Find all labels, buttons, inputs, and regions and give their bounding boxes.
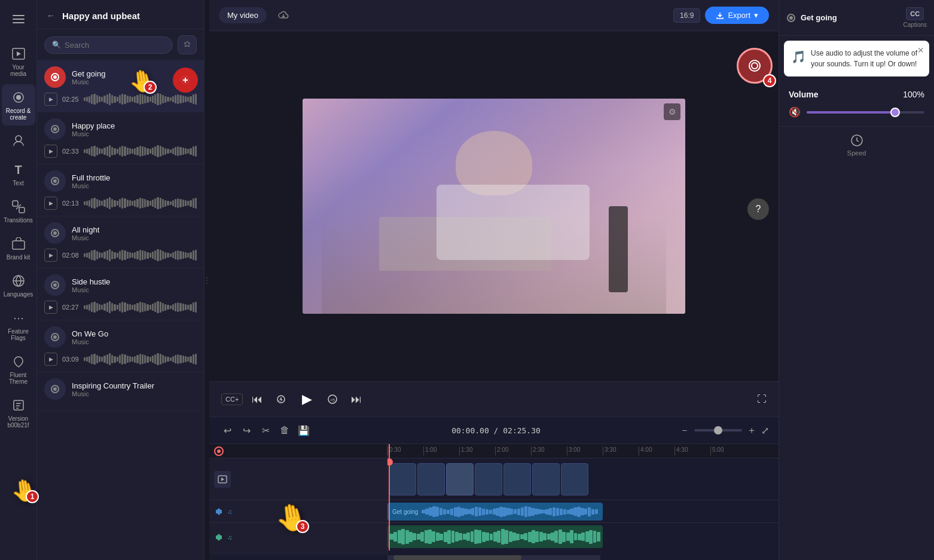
delete-button[interactable]: 🗑 [276,422,293,439]
video-settings-button[interactable]: ⚙ [664,103,680,120]
time-display: 00:00.00 / 02:25.30 [451,426,541,435]
search-box[interactable]: 🔍 [44,36,173,54]
back-button[interactable]: ← [44,8,57,23]
tab-my-video[interactable]: My video [219,7,267,23]
video-clip-3[interactable] [446,463,474,495]
media-icon [10,45,27,62]
track-labels: ♫ ♫ [209,444,387,555]
timeline-ruler: 0:301:001:302:002:303:003:304:004:305:00 [387,444,779,458]
search-row: 🔍 [37,29,204,60]
export-button[interactable]: Export ▾ [705,7,769,24]
audio-clip-2[interactable] [387,525,603,548]
video-clip-1[interactable] [389,463,416,495]
save-button[interactable]: 💾 [295,422,312,439]
sidebar-item-record[interactable]: Record &create [2,84,35,126]
brand-kit-label: Brand kit [7,254,30,261]
music-icon-full-throttle [44,170,66,192]
music-track-inspiring-country[interactable]: Inspiring Country Trailer Music [37,372,204,411]
audio-track-1-label: ♫ [209,500,387,523]
feature-flags-label: FeatureFlags [8,328,28,341]
sidebar-item-brand[interactable] [2,128,35,154]
volume-slider-row: 🔇 [789,106,924,118]
volume-slider[interactable] [807,111,924,114]
zoom-slider[interactable] [694,429,742,432]
forward-button[interactable]: +5 [323,390,342,409]
sidebar-item-fluent-theme[interactable]: Fluent Theme [2,348,35,390]
play-button-side-hustle[interactable]: ▶ [44,301,57,314]
audio-track-2-label: ♫ [209,523,387,552]
tracks-scroll[interactable]: 0:301:001:302:002:303:003:304:004:305:00 [387,444,779,555]
current-time: 00:00.00 [451,426,489,435]
svg-rect-1 [13,19,25,20]
music-icon-side-hustle [44,274,66,296]
sidebar-item-brand-kit[interactable]: Brand kit [2,231,35,265]
tooltip-close-button[interactable]: ✕ [917,45,924,55]
brand-kit-icon [10,235,27,252]
sidebar: Your media Record &create T Text [0,0,37,560]
play-button-full-throttle[interactable]: ▶ [44,197,57,210]
text-icon: T [10,161,27,178]
music-track-side-hustle[interactable]: Side hustle Music ▶ 02:27 [37,268,204,320]
music-track-on-we-go[interactable]: On We Go Music ▶ 03:09 [37,320,204,372]
video-clip-2[interactable] [417,463,445,495]
video-clip-4[interactable] [475,463,502,495]
cloud-sync-button[interactable] [274,6,293,25]
timeline-scrollbar[interactable] [387,555,600,560]
rewind-button[interactable]: -5 [271,390,291,409]
play-main-button[interactable]: ▶ [295,388,318,411]
ruler-label-area [209,444,387,458]
audio-clip-get-going[interactable]: Get going [387,503,603,521]
add-to-timeline-button[interactable] [173,68,198,93]
sidebar-item-text[interactable]: T Text [2,157,35,191]
video-clip-7[interactable] [561,463,588,495]
speed-icon [850,134,863,147]
video-clip-5[interactable] [503,463,531,495]
skip-back-button[interactable]: ⏮ [248,390,267,409]
music-track-happy-place[interactable]: Happy place Music ▶ 02:33 [37,112,204,164]
music-track-full-throttle[interactable]: Full throttle Music ▶ 02:13 [37,164,204,216]
cc-label: CC [225,396,235,403]
volume-header: Volume 100% [789,90,924,99]
video-clip-6[interactable] [532,463,560,495]
track-genre-all-night: Music [72,234,99,241]
record-icon [10,89,27,106]
waveform-full-throttle [84,197,197,209]
music-track-all-night[interactable]: All night Music ▶ 02:08 [37,216,204,268]
sidebar-item-languages[interactable]: Languages [2,268,35,302]
captions-icon-area[interactable]: CC Captions [904,7,927,28]
sidebar-item-transitions[interactable]: Transitions [2,194,35,228]
diamond-button[interactable] [178,35,197,54]
cut-button[interactable]: ✂ [257,422,274,439]
play-button-happy-place[interactable]: ▶ [44,145,57,158]
audio-track-1: Get going [387,500,779,523]
duration-happy-place: 02:33 [62,148,79,155]
redo-button[interactable]: ↪ [238,422,255,439]
play-button-get-going[interactable]: ▶ [44,93,57,106]
play-button-on-we-go[interactable]: ▶ [44,353,57,366]
duration-get-going: 02:25 [62,96,79,103]
panel-divider[interactable] [204,0,209,560]
skip-forward-button[interactable]: ⏭ [347,390,366,409]
help-button[interactable]: ? [747,198,769,220]
cc-badge: CC [906,7,924,20]
waveform-get-going [84,93,197,105]
zoom-out-button[interactable]: － [680,424,689,437]
menu-icon[interactable] [7,7,30,33]
sidebar-item-feature-flags[interactable]: ⋯ FeatureFlags [2,305,35,346]
top-bar: My video 16:9 Export ▾ [209,0,779,31]
fullscreen-button[interactable]: ⛶ [757,394,767,405]
undo-button[interactable]: ↩ [219,422,236,439]
music-track-get-going[interactable]: Get going Music ▶ 02:25 [37,60,204,112]
zoom-in-button[interactable]: ＋ [747,424,756,437]
timeline-tools: ↩ ↪ ✂ 🗑 💾 [219,422,312,439]
brand-icon [10,133,27,149]
timeline-scroll-thumb[interactable] [393,555,521,560]
sidebar-item-version[interactable]: Versionb00b21f [2,392,35,433]
play-button-all-night[interactable]: ▶ [44,249,57,262]
audio1-note: ♫ [227,508,232,515]
expand-timeline-button[interactable]: ⤢ [761,425,769,436]
search-input[interactable] [65,41,165,50]
captions-button[interactable]: CC+ [221,393,243,405]
video-controls: CC+ ⏮ -5 ▶ +5 ⏭ ⛶ [209,381,779,417]
sidebar-item-your-media[interactable]: Your media [2,41,35,82]
